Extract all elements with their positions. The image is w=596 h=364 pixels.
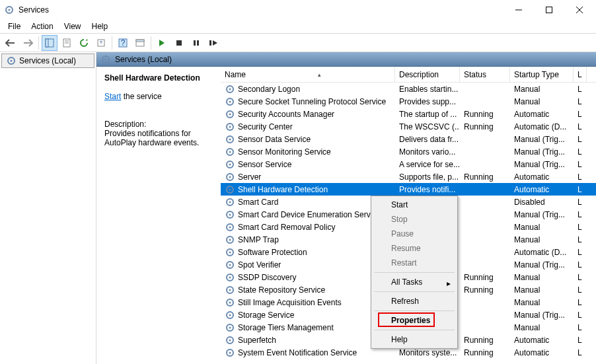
title-bar: Services [0,0,596,20]
column-header-name[interactable]: Name▴ [221,67,395,82]
cell-startup: Manual (Trig... [510,260,574,270]
cell-name: Security Center [221,122,395,132]
cell-startup: Automatic [510,185,574,194]
cell-logon: L [574,147,587,157]
cell-name: Server [221,172,395,182]
svg-rect-7 [46,39,48,47]
ctx-restart[interactable]: Restart [373,256,456,270]
table-row[interactable]: Sensor Monitoring ServiceMonitors vario.… [221,145,596,158]
menu-action[interactable]: Action [26,20,58,32]
nav-services-local[interactable]: Services (Local) [1,54,94,68]
help-button[interactable]: ? [115,35,131,51]
cell-description: Supports file, p... [395,172,460,182]
content-header: Services (Local) [96,52,596,67]
export-button[interactable] [93,35,109,51]
start-link[interactable]: Start [104,92,121,101]
forward-button[interactable] [20,35,36,51]
svg-point-41 [229,188,231,190]
cell-description: Monitors vario... [395,147,460,157]
menu-file[interactable]: File [3,20,26,32]
minimize-button[interactable] [503,0,534,20]
cell-startup: Automatic [510,172,574,182]
table-row[interactable]: Security Accounts ManagerThe startup of … [221,108,596,120]
ctx-separator [374,291,455,292]
cell-name: Shell Hardware Detection [221,184,395,195]
chevron-right-icon: ▸ [447,279,451,288]
start-service-button[interactable] [154,35,170,51]
cell-logon: L [574,323,587,332]
ctx-refresh[interactable]: Refresh [373,294,456,309]
ctx-start[interactable]: Start [373,198,456,212]
cell-description: A service for se... [395,160,460,169]
svg-point-53 [229,264,231,266]
svg-point-43 [229,201,231,203]
cell-logon: L [574,198,587,207]
ctx-resume[interactable]: Resume [373,241,456,256]
table-row[interactable]: ServerSupports file, p...RunningAutomati… [221,170,596,183]
cell-logon: L [574,223,587,232]
gear-icon [225,297,235,308]
cell-name: Spot Verifier [221,260,395,270]
svg-point-33 [229,138,231,140]
content-header-label: Services (Local) [115,55,172,64]
ctx-stop[interactable]: Stop [373,212,456,227]
column-header-status[interactable]: Status [460,67,510,82]
table-row[interactable]: Secondary LogonEnables startin...ManualL [221,83,596,95]
stop-service-button[interactable] [171,35,187,51]
svg-point-31 [229,126,231,127]
column-header-logon[interactable]: L [574,67,587,82]
menu-view[interactable]: View [59,20,87,32]
ctx-help[interactable]: Help [373,332,456,347]
cell-status: Running [460,110,510,119]
cell-logon: L [574,260,587,270]
ctx-separator [374,272,455,273]
svg-point-23 [105,58,107,60]
svg-point-47 [229,226,231,228]
svg-point-25 [229,88,231,90]
gear-icon [225,235,235,245]
cell-logon: L [574,110,587,119]
ctx-separator [374,310,455,311]
cell-startup: Automatic [510,336,574,345]
close-button[interactable] [564,0,595,20]
ctx-pause[interactable]: Pause [373,227,456,241]
properties-toolbar-button[interactable] [59,35,75,51]
cell-startup: Automatic (D... [510,122,574,131]
refresh-button[interactable] [76,35,92,51]
cell-logon: L [574,135,587,144]
ctx-properties[interactable]: Properties [373,313,456,328]
table-row[interactable]: Security CenterThe WSCSVC (...RunningAut… [221,120,596,133]
svg-point-39 [229,176,231,178]
restart-service-button[interactable] [205,35,221,51]
detail-panel: Shell Hardware Detection Start the servi… [96,67,221,364]
cell-logon: L [574,348,587,357]
cell-name: SSDP Discovery [221,272,395,283]
cell-startup: Manual [510,285,574,295]
svg-rect-17 [194,40,196,46]
table-row[interactable]: Sensor ServiceA service for se...Manual … [221,158,596,170]
pause-service-button[interactable] [188,35,204,51]
gear-icon [225,247,235,258]
table-row[interactable]: Secure Socket Tunneling Protocol Service… [221,95,596,108]
toolbar-separator [151,36,151,50]
cell-description: The WSCSVC (... [395,122,460,131]
column-header-startup[interactable]: Startup Type [510,67,574,82]
cell-status: Running [460,336,510,345]
gear-icon [225,322,235,333]
maximize-button[interactable] [534,0,564,20]
cell-startup: Manual [510,323,574,332]
ctx-all-tasks[interactable]: All Tasks▸ [373,275,456,289]
table-row[interactable]: Shell Hardware DetectionProvides notifi.… [221,183,596,196]
table-row[interactable]: Sensor Data ServiceDelivers data fr...Ma… [221,133,596,145]
show-hide-tree-button[interactable] [42,35,57,51]
svg-point-51 [229,251,231,253]
cell-startup: Manual (Trig... [510,210,574,219]
console-button[interactable] [132,35,148,51]
back-button[interactable] [3,35,19,51]
cell-startup: Manual [510,97,574,106]
menu-help[interactable]: Help [87,20,114,32]
cell-name: SNMP Trap [221,235,395,245]
menu-bar: File Action View Help [0,20,596,33]
column-header-description[interactable]: Description [395,67,460,82]
gear-icon [225,184,235,195]
